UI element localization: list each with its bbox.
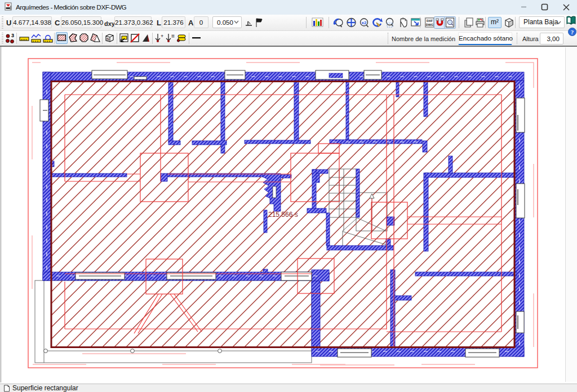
svg-text:3: 3: [11, 33, 14, 38]
svg-text:+: +: [161, 33, 163, 39]
svg-text:x2: x2: [362, 20, 367, 25]
svg-text:215.566 s: 215.566 s: [268, 211, 298, 219]
svg-text:=: =: [171, 33, 175, 39]
svg-text:?: ?: [571, 29, 574, 35]
svg-text:DXF: DXF: [427, 19, 433, 23]
svg-text:DWG: DWG: [426, 23, 433, 26]
